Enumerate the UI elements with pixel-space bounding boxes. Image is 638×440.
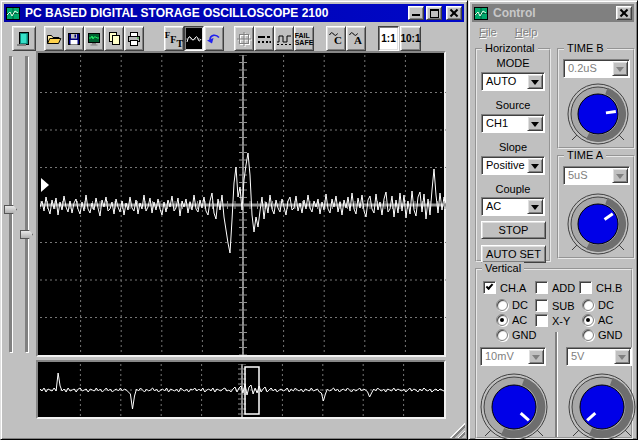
probe-1-1-button[interactable]: 1:1 — [378, 26, 399, 51]
open-button[interactable] — [44, 26, 64, 51]
time-b-value: 0.2uS — [564, 60, 611, 77]
calibrate-c-button[interactable]: C — [326, 26, 346, 51]
scope-screen-icon — [86, 31, 102, 47]
minimize-button[interactable] — [408, 6, 424, 20]
control-titlebar[interactable]: Control — [472, 4, 634, 22]
time-a-knob[interactable] — [562, 188, 634, 260]
slope-value: Positive — [482, 157, 526, 174]
stop-button[interactable]: STOP — [481, 221, 546, 239]
slope-dropdown-button[interactable] — [527, 158, 543, 173]
chb-dc-label: DC — [598, 299, 614, 311]
chb-ac-label: AC — [598, 314, 613, 326]
source-select[interactable]: CH1 — [481, 114, 545, 133]
menu-file[interactable]: File — [479, 26, 497, 38]
source-label: Source — [477, 99, 549, 111]
main-window: PC BASED DIGITAL STORAGE OSCILLOSCOPE 21… — [0, 0, 468, 440]
couple-value: AC — [482, 198, 526, 215]
screen-capture-button[interactable] — [84, 26, 104, 51]
sub-checkbox[interactable] — [535, 299, 548, 312]
fft-icon: FFT — [165, 29, 183, 48]
time-b-knob[interactable] — [562, 78, 634, 150]
slider-track-b[interactable] — [25, 56, 28, 352]
chb-gnd-radio[interactable] — [582, 329, 594, 341]
copy-button[interactable] — [104, 26, 124, 51]
source-dropdown-button[interactable] — [527, 116, 543, 131]
slope-label: Slope — [477, 141, 549, 153]
exit-button[interactable] — [12, 26, 36, 51]
stop-label: STOP — [499, 224, 529, 236]
slider-thumb-a[interactable] — [4, 205, 17, 214]
control-close-button[interactable] — [616, 6, 632, 20]
slider-thumb-b[interactable] — [20, 230, 33, 239]
cha-checkbox-row: CH.A — [483, 281, 526, 294]
chb-gain-knob[interactable] — [564, 369, 638, 440]
cha-gain-knob[interactable] — [476, 369, 552, 440]
control-window: Control File Help Horizontal MODE AUTO S… — [468, 0, 638, 440]
main-titlebar[interactable]: PC BASED DIGITAL STORAGE OSCILLOSCOPE 21… — [4, 4, 464, 22]
chevron-down-icon — [618, 355, 626, 364]
couple-dropdown-button[interactable] — [527, 199, 543, 214]
cha-gnd-radio-row: GND — [496, 329, 536, 341]
calibrate-a-button[interactable]: A — [346, 26, 366, 51]
add-label: ADD — [552, 282, 575, 294]
mode-dropdown-button[interactable] — [527, 74, 543, 89]
add-checkbox[interactable] — [535, 281, 548, 294]
slope-select[interactable]: Positive — [481, 156, 545, 175]
time-b-dropdown-button[interactable] — [612, 61, 628, 76]
print-button[interactable] — [124, 26, 144, 51]
time-b-select[interactable]: 0.2uS — [563, 59, 630, 78]
calibrate-c-icon: C — [327, 27, 345, 50]
vertical-group: Vertical CH.A ADD CH.B DC AC GND SUB — [475, 268, 633, 439]
menu-help[interactable]: Help — [515, 26, 538, 38]
waveform-display-button[interactable] — [184, 26, 204, 51]
check-icon — [486, 282, 494, 290]
time-a-dropdown-button[interactable] — [612, 168, 628, 183]
save-button[interactable] — [64, 26, 84, 51]
radio-dot-icon — [586, 318, 590, 322]
cha-dc-radio[interactable] — [496, 299, 508, 311]
chb-ac-radio[interactable] — [582, 314, 594, 326]
square-wave-button[interactable] — [274, 26, 294, 51]
floppy-disk-icon — [66, 31, 82, 47]
couple-label: Couple — [477, 183, 549, 195]
mode-select[interactable]: AUTO — [481, 72, 545, 91]
chb-scale-value: 5V — [567, 348, 613, 365]
cha-scale-dropdown-button[interactable] — [528, 349, 544, 364]
chb-scale-select[interactable]: 5V — [566, 347, 632, 366]
close-button[interactable] — [446, 6, 462, 20]
maximize-icon — [430, 9, 439, 18]
cha-dc-radio-row: DC — [496, 299, 528, 311]
chb-scale-dropdown-button[interactable] — [614, 349, 630, 364]
autoset-button[interactable]: AUTO SET — [481, 245, 546, 263]
cha-ac-radio[interactable] — [496, 314, 508, 326]
couple-select[interactable]: AC — [481, 197, 545, 216]
probe-10-1-button[interactable]: 10:1 — [400, 26, 421, 51]
cha-gnd-radio[interactable] — [496, 329, 508, 341]
chb-dc-radio[interactable] — [582, 299, 594, 311]
fft-button[interactable]: FFT — [164, 26, 184, 51]
failsafe-button[interactable]: FAILSAFE — [294, 26, 314, 51]
time-a-select[interactable]: 5uS — [563, 166, 630, 185]
chevron-down-icon — [531, 80, 539, 89]
xy-checkbox[interactable] — [535, 314, 548, 327]
xy-checkbox-row: X-Y — [535, 314, 570, 327]
line-style-button[interactable] — [254, 26, 274, 51]
cha-ac-label: AC — [512, 314, 527, 326]
grid-toggle-button[interactable] — [234, 26, 254, 51]
vertical-group-label: Vertical — [482, 262, 524, 275]
column-divider — [555, 332, 557, 437]
maximize-button[interactable] — [426, 6, 442, 20]
cha-scale-select[interactable]: 10mV — [480, 347, 546, 366]
chevron-down-icon — [531, 205, 539, 214]
undo-button[interactable] — [204, 26, 224, 51]
sub-label: SUB — [552, 300, 575, 312]
autoset-label: AUTO SET — [486, 248, 541, 260]
time-a-label: TIME A — [564, 149, 606, 162]
trigger-marker[interactable] — [41, 178, 49, 192]
resize-grip[interactable] — [449, 422, 465, 438]
cha-label: CH.A — [500, 282, 526, 294]
chb-checkbox[interactable] — [579, 281, 592, 294]
dotted-line-icon — [256, 31, 272, 47]
slider-track-a[interactable] — [9, 56, 12, 352]
cha-checkbox[interactable] — [483, 281, 496, 294]
